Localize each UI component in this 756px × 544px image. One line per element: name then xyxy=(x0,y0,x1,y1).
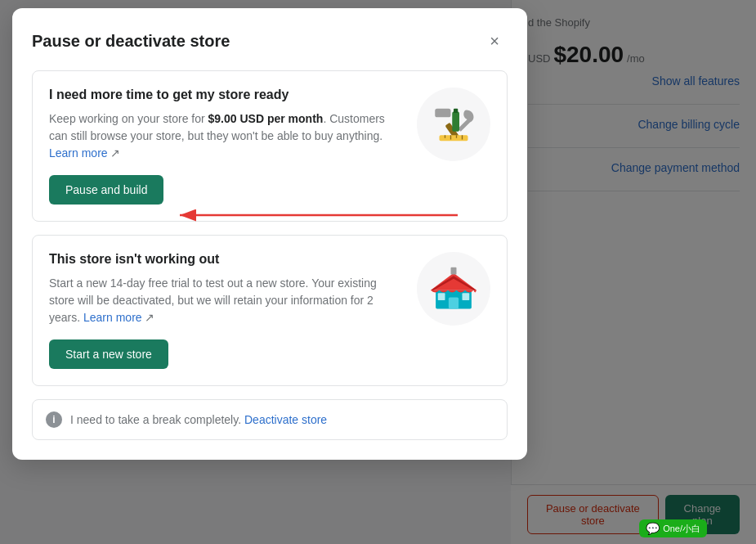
svg-rect-2 xyxy=(440,135,468,141)
info-bar: i I need to take a break completely. Dea… xyxy=(32,399,508,440)
info-bar-text: I need to take a break completely. Deact… xyxy=(70,413,327,426)
tools-icon xyxy=(425,96,482,153)
svg-rect-15 xyxy=(451,268,457,275)
pause-build-card-content: I need more time to get my store ready K… xyxy=(49,88,490,205)
modal-close-button[interactable]: × xyxy=(481,28,508,54)
desc-price: $9.00 USD per month xyxy=(208,112,324,125)
pause-build-card-description: Keep working on your store for $9.00 USD… xyxy=(49,110,400,162)
wechat-icon: 💬 xyxy=(646,522,660,535)
store-icon xyxy=(425,260,482,317)
new-store-card: This store isn't working out Start a new… xyxy=(32,235,508,386)
svg-rect-12 xyxy=(449,298,459,309)
start-new-store-button[interactable]: Start a new store xyxy=(49,339,168,369)
info-icon: i xyxy=(46,411,62,428)
tools-icon-circle xyxy=(417,88,490,161)
deactivate-store-link[interactable]: Deactivate store xyxy=(244,413,327,426)
pause-learn-more-link[interactable]: Learn more xyxy=(49,146,108,160)
svg-rect-7 xyxy=(452,111,459,132)
new-store-card-description: Start a new 14-day free trial to test ou… xyxy=(49,275,400,326)
store-icon-circle xyxy=(417,252,490,326)
pause-build-card: I need more time to get my store ready K… xyxy=(32,70,508,222)
wechat-watermark: 💬 One/小白 xyxy=(639,519,707,537)
pause-and-build-button[interactable]: Pause and build xyxy=(49,175,163,205)
svg-rect-1 xyxy=(435,109,450,118)
new-store-card-content: This store isn't working out Start a new… xyxy=(49,252,490,369)
desc-before: Keep working on your store for xyxy=(49,112,208,125)
svg-rect-13 xyxy=(438,293,445,300)
info-text-before: I need to take a break completely. xyxy=(70,413,244,426)
pause-build-card-text: I need more time to get my store ready K… xyxy=(49,88,417,205)
svg-rect-14 xyxy=(463,293,470,300)
modal-title: Pause or deactivate store xyxy=(32,32,230,51)
new-store-card-text: This store isn't working out Start a new… xyxy=(49,252,417,369)
new-store-card-title: This store isn't working out xyxy=(49,252,400,267)
new-store-learn-more-link[interactable]: Learn more xyxy=(83,311,142,324)
watermark-text: One/小白 xyxy=(663,523,700,535)
pause-build-card-title: I need more time to get my store ready xyxy=(49,88,400,102)
modal-header: Pause or deactivate store × xyxy=(32,28,508,54)
svg-rect-8 xyxy=(454,109,458,113)
modal-dialog: Pause or deactivate store × I need more … xyxy=(12,8,527,460)
